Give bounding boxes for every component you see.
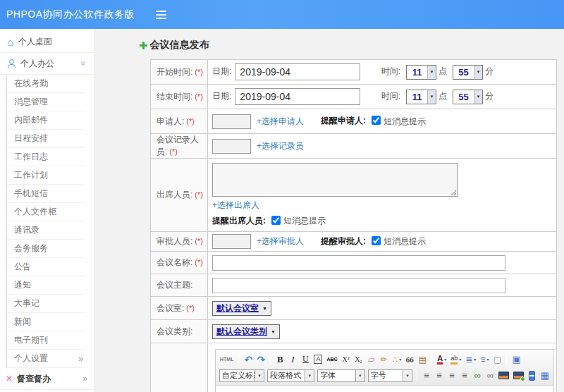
meeting-content-label: [151, 343, 208, 392]
sidebar-item-1[interactable]: 在线考勤: [7, 75, 85, 93]
ordered-list-icon[interactable]: ≣▾: [464, 353, 477, 366]
sidebar-item-label: 日程安排: [14, 133, 48, 145]
remind-attendees-label: 提醒出席人员:: [212, 216, 266, 226]
sidebar-item-4[interactable]: 日程安排: [7, 130, 85, 148]
sidebar-item-5[interactable]: 工作日志: [7, 148, 85, 166]
screenshot-image-icon[interactable]: [512, 369, 525, 382]
attendees-sms-checkbox[interactable]: [271, 216, 281, 225]
meeting-name-input[interactable]: [212, 255, 505, 271]
unlink-icon[interactable]: ∞: [484, 369, 496, 382]
sidebar-item-12[interactable]: 通知: [7, 276, 85, 295]
form-row-attendees: 出席人员:(*) +选择出席人 提醒出席人员:短消息提示: [151, 159, 557, 232]
insert-image-icon[interactable]: [497, 369, 510, 382]
select-recorder-link[interactable]: +选择记录员: [257, 140, 304, 150]
subscript-icon[interactable]: X₂: [353, 353, 364, 366]
italic-icon[interactable]: I: [287, 353, 298, 366]
paste-plain-icon[interactable]: ▤: [417, 353, 428, 366]
dropdown-arrow-icon: ▾: [459, 357, 461, 362]
select-label: 字体: [318, 370, 355, 381]
end-minute-select[interactable]: 55▼: [453, 90, 483, 104]
start-minute-select[interactable]: 55▼: [453, 65, 483, 80]
font-border-icon[interactable]: A: [312, 353, 324, 366]
insert-frame-icon[interactable]: [527, 369, 538, 382]
sidebar-item-9[interactable]: 通讯录: [7, 221, 85, 240]
start-date-input[interactable]: [235, 63, 360, 80]
highlight-color-icon[interactable]: ab▾: [449, 353, 462, 366]
redo-icon[interactable]: ↷: [255, 353, 266, 366]
approver-sms-checkbox[interactable]: [372, 236, 381, 245]
attendees-textarea[interactable]: [212, 163, 458, 197]
font-family-select[interactable]: 字体▾: [317, 369, 364, 382]
sidebar: ⌂ 个人桌面 个人办公 » 在线考勤消息管理内部邮件日程安排工作日志工作计划手机…: [0, 29, 95, 392]
start-hour-select[interactable]: 11▼: [406, 65, 436, 80]
sidebar-item-6[interactable]: 工作计划: [7, 166, 85, 185]
undo-icon[interactable]: ↶: [243, 353, 254, 366]
sidebar-item-13[interactable]: 大事记: [7, 295, 85, 313]
insert-table-icon[interactable]: ▦: [539, 369, 551, 382]
strikethrough-icon[interactable]: ABC: [325, 353, 338, 366]
rich-text-editor: HTML↶↷BIUAABCX²X₂▱✏∴▾66▤A▾ab▾≣▾≡▾▢▣ 自定义标…: [215, 349, 554, 392]
required-mark: (*): [169, 147, 178, 156]
align-left-icon[interactable]: ≡: [421, 369, 432, 382]
select-attendees-link[interactable]: +选择出席人: [212, 200, 259, 210]
custom-title-select[interactable]: 自定义标题▾: [219, 369, 264, 382]
eraser-icon[interactable]: ▱: [366, 353, 377, 366]
new-page-icon[interactable]: ▢: [491, 353, 503, 366]
meeting-room-select[interactable]: 默认会议室▼: [212, 301, 271, 316]
select-approver-link[interactable]: +选择审批人: [257, 236, 304, 246]
select-applicant-link[interactable]: +选择申请人: [257, 116, 304, 125]
bold-icon[interactable]: B: [274, 353, 286, 366]
form-row-meeting-name: 会议名称:(*): [151, 252, 557, 274]
html-source-icon[interactable]: HTML: [219, 353, 235, 366]
sidebar-item-16[interactable]: 个人设置»: [7, 350, 85, 368]
app-title: PHPOA协同办公软件政务版: [0, 8, 135, 21]
bullet-list-icon[interactable]: ≡▾: [479, 353, 490, 366]
sidebar-item-8[interactable]: 个人文件柜: [7, 203, 85, 221]
auto-typeset-icon[interactable]: ∴▾: [391, 353, 403, 366]
required-mark: (*): [195, 68, 203, 76]
dropdown-arrow-icon: ▾: [444, 357, 446, 362]
meeting-subject-input[interactable]: [212, 278, 505, 293]
recorder-input[interactable]: [212, 139, 251, 154]
sidebar-item-7[interactable]: 手机短信: [7, 185, 85, 203]
link-icon[interactable]: ∞: [472, 369, 483, 382]
end-hour-select[interactable]: 11▼: [406, 90, 436, 104]
meeting-category-select[interactable]: 默认会议类别▼: [212, 324, 280, 339]
align-justify-icon[interactable]: ≡: [459, 369, 470, 382]
align-right-icon[interactable]: ≡: [446, 369, 458, 382]
sidebar-item-14[interactable]: 新闻: [7, 313, 85, 331]
sidebar-item-3[interactable]: 内部邮件: [7, 111, 85, 130]
format-brush-icon[interactable]: ✏: [379, 353, 390, 366]
paragraph-format-select[interactable]: 段落格式▾: [267, 369, 314, 382]
sms-label: 短消息提示: [283, 216, 326, 226]
sidebar-item-supervision[interactable]: ✕ 督查督办 »: [0, 368, 94, 390]
required-mark: (*): [186, 304, 195, 312]
end-date-input[interactable]: [235, 88, 360, 105]
sidebar-item-2[interactable]: 消息管理: [7, 93, 85, 111]
meeting-name-label: 会议名称:(*): [151, 252, 208, 274]
form-row-meeting-subject: 会议主题:: [151, 274, 557, 297]
sidebar-item-15[interactable]: 电子期刊: [7, 331, 85, 350]
align-center-icon[interactable]: ≡: [434, 369, 445, 382]
hamburger-menu-icon[interactable]: [156, 11, 166, 19]
approver-input[interactable]: [212, 234, 251, 249]
select-label: 自定义标题: [220, 370, 255, 381]
fullscreen-monitor-icon[interactable]: ▣: [510, 353, 522, 366]
dropdown-arrow-icon: ▼: [427, 90, 436, 104]
font-size-select[interactable]: 字号▾: [368, 369, 412, 382]
font-color-icon[interactable]: A▾: [436, 353, 448, 366]
main-content: ✚ 会议信息发布 开始时间:(*) 日期: 时间:11▼点55▼分 结束时间:(…: [95, 29, 564, 392]
blockquote-icon[interactable]: 66: [404, 353, 415, 366]
sidebar-item-10[interactable]: 会务服务: [7, 240, 85, 258]
editor-content-area[interactable]: [216, 386, 553, 392]
applicant-sms-checkbox[interactable]: [372, 116, 381, 125]
superscript-icon[interactable]: X²: [341, 353, 352, 366]
dropdown-arrow-icon: ▾: [355, 370, 364, 381]
date-label: 日期:: [212, 91, 231, 101]
applicant-input[interactable]: [212, 114, 251, 129]
underline-icon[interactable]: U: [300, 353, 311, 366]
sidebar-item-personal-office[interactable]: 个人办公 »: [0, 53, 94, 75]
sidebar-item-11[interactable]: 公告: [7, 258, 85, 276]
required-mark: (*): [195, 190, 203, 199]
sidebar-item-desktop[interactable]: ⌂ 个人桌面: [0, 31, 94, 53]
